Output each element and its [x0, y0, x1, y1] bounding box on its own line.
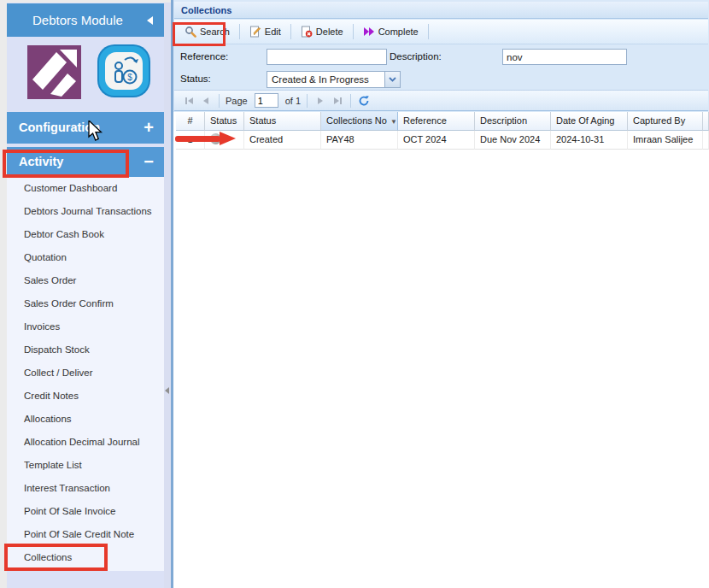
- row-collections-no-cell: PAY48: [321, 131, 398, 150]
- annotation-box-collections: [4, 544, 108, 571]
- collections-grid: # Status Status Collections No▼ Referenc…: [176, 112, 709, 150]
- company-logo-icon: [27, 45, 81, 99]
- status-dropdown-trigger[interactable]: [384, 72, 400, 87]
- delete-button-label: Delete: [316, 26, 343, 37]
- debt-collection-icon: $: [96, 43, 152, 99]
- column-header-collections-no[interactable]: Collections No▼: [321, 112, 398, 131]
- column-header-status-icon[interactable]: Status: [205, 112, 244, 131]
- sidebar-item-quotation[interactable]: Quotation: [7, 246, 164, 269]
- row-description-cell: Due Nov 2024: [475, 131, 551, 150]
- toolbar: Search Edit Delete: [174, 20, 708, 44]
- app-window: Debtors Module $ Configuration + Activit…: [0, 0, 709, 588]
- page-count-label: of 1: [285, 96, 301, 106]
- expand-icon[interactable]: +: [144, 112, 154, 144]
- sidebar-item-credit-notes[interactable]: Credit Notes: [7, 385, 164, 408]
- chevron-down-icon: [389, 77, 396, 82]
- first-page-icon: [185, 97, 194, 105]
- sidebar-item-point-of-sale-credit-note[interactable]: Point Of Sale Credit Note: [7, 523, 164, 546]
- toolbar-separator: [428, 24, 429, 39]
- collections-no-label: Collections No: [326, 115, 387, 126]
- annotation-arrow-shaft: [175, 136, 220, 142]
- prev-page-button[interactable]: [199, 94, 213, 108]
- sidebar-item-sales-order-confirm[interactable]: Sales Order Confirm: [7, 292, 164, 315]
- toolbar-separator: [239, 24, 240, 39]
- sidebar-item-debtors-journal-transactions[interactable]: Debtors Journal Transactions: [7, 200, 164, 223]
- sort-desc-icon: ▼: [390, 118, 397, 126]
- last-page-icon: [333, 97, 343, 105]
- annotation-arrow-row: [175, 132, 240, 146]
- page-number-input[interactable]: [255, 93, 278, 108]
- page-label: Page: [226, 96, 248, 106]
- table-row[interactable]: 1 Created PAY48 OCT 2024 Due Nov 2024 20…: [176, 131, 709, 150]
- svg-text:$: $: [127, 73, 132, 82]
- sidebar-item-invoices[interactable]: Invoices: [7, 315, 164, 338]
- complete-button-label: Complete: [378, 26, 419, 37]
- pagination-separator: [350, 94, 351, 108]
- status-selected-value: Created & In Progress: [267, 72, 384, 87]
- main-panel: Collections Search Edit: [171, 0, 709, 588]
- column-header-reference[interactable]: Reference: [398, 112, 475, 131]
- toolbar-separator: [353, 24, 354, 39]
- page-title: Collections: [181, 5, 231, 15]
- sidebar-item-allocations[interactable]: Allocations: [7, 408, 164, 431]
- complete-button[interactable]: Complete: [357, 24, 425, 39]
- sidebar-item-dispatch-stock[interactable]: Dispatch Stock: [7, 338, 164, 362]
- status-select[interactable]: Created & In Progress: [267, 71, 401, 88]
- panel-title-bar: Collections: [174, 2, 708, 19]
- delete-button[interactable]: Delete: [295, 23, 349, 40]
- refresh-button[interactable]: [357, 94, 371, 108]
- pagination-bar: Page of 1: [174, 90, 708, 111]
- next-page-icon: [317, 97, 324, 105]
- toolbar-separator: [290, 24, 291, 39]
- edit-icon: [249, 26, 261, 38]
- reference-input[interactable]: [267, 49, 387, 65]
- status-label: Status:: [180, 74, 211, 84]
- sidebar-item-customer-dashboard[interactable]: Customer Dashboard: [7, 177, 164, 200]
- collapse-sidebar-icon[interactable]: [147, 16, 153, 25]
- sidebar-item-point-of-sale-invoice[interactable]: Point Of Sale Invoice: [7, 500, 164, 523]
- column-header-captured-by[interactable]: Captured By: [628, 112, 703, 131]
- sidebar-item-allocation-decimal-journal[interactable]: Allocation Decimal Journal: [7, 431, 164, 454]
- sidebar-item-collect-deliver[interactable]: Collect / Deliver: [7, 362, 164, 385]
- prev-page-icon: [202, 97, 209, 105]
- row-date-of-aging-cell: 2024-10-31: [551, 131, 628, 150]
- grid-header-row: # Status Status Collections No▼ Referenc…: [176, 112, 709, 131]
- annotation-box-search: [173, 22, 226, 46]
- splitter-collapse-icon[interactable]: [165, 387, 169, 394]
- column-header-date-of-aging[interactable]: Date Of Aging: [551, 112, 628, 131]
- sidebar-section-configuration[interactable]: Configuration +: [7, 112, 164, 144]
- sidebar-title: Debtors Module: [32, 13, 123, 27]
- sidebar-header: Debtors Module: [7, 3, 164, 37]
- complete-icon: [363, 26, 375, 37]
- column-header-filler: [703, 112, 709, 131]
- last-page-button[interactable]: [331, 94, 344, 108]
- annotation-box-activity: [3, 150, 129, 178]
- sidebar-menu: Customer Dashboard Debtors Journal Trans…: [7, 177, 164, 571]
- column-header-description[interactable]: Description: [475, 112, 551, 131]
- sidebar-splitter[interactable]: [164, 3, 171, 588]
- first-page-button[interactable]: [182, 94, 196, 108]
- next-page-button[interactable]: [313, 94, 327, 108]
- logo-area: $: [7, 37, 164, 112]
- edit-button[interactable]: Edit: [243, 23, 287, 40]
- sidebar-item-template-list[interactable]: Template List: [7, 454, 164, 477]
- collapse-icon[interactable]: −: [144, 147, 154, 177]
- sidebar-item-sales-order[interactable]: Sales Order: [7, 269, 164, 292]
- edit-button-label: Edit: [265, 26, 281, 37]
- row-filler-cell: [703, 131, 709, 150]
- reference-label: Reference:: [180, 51, 228, 62]
- row-status-cell: Created: [244, 131, 321, 150]
- description-label: Description:: [390, 51, 442, 62]
- annotation-arrow-head: [220, 132, 236, 145]
- sidebar-item-interest-transaction[interactable]: Interest Transaction: [7, 477, 164, 500]
- column-header-number[interactable]: #: [176, 112, 205, 131]
- search-filters-form: Reference: Description: Status: Created …: [173, 44, 709, 90]
- column-header-status[interactable]: Status: [244, 112, 321, 131]
- row-reference-cell: OCT 2024: [398, 131, 475, 150]
- pagination-separator: [307, 94, 308, 108]
- sidebar-item-debtor-cash-book[interactable]: Debtor Cash Book: [7, 223, 164, 246]
- pagination-separator: [219, 94, 220, 108]
- refresh-icon: [358, 95, 370, 107]
- delete-icon: [301, 26, 313, 38]
- description-input[interactable]: [502, 49, 627, 65]
